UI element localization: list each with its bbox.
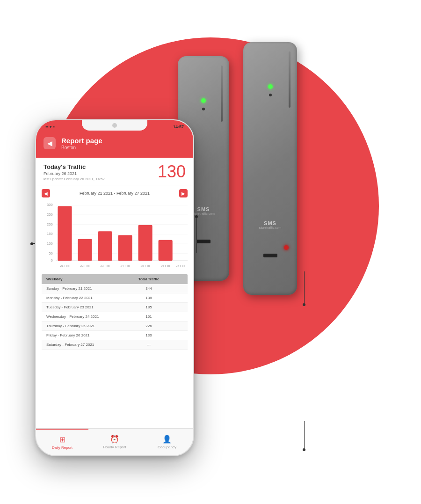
device-led-right	[268, 84, 273, 89]
svg-rect-16	[78, 239, 92, 261]
header-title: Report page	[61, 137, 102, 145]
phone-camera	[112, 123, 117, 128]
svg-text:22 Feb: 22 Feb	[80, 264, 90, 267]
bottom-nav: ⊞ Daily Report ⏰ Hourly Report 👤 Occupan…	[36, 428, 193, 455]
svg-rect-20	[159, 240, 173, 261]
table-cell-day: Tuesday - February 23 2021	[46, 305, 115, 309]
header-text: Report page Boston	[61, 137, 102, 150]
table-row: Friday - February 26 2021 130	[42, 331, 188, 340]
svg-text:50: 50	[49, 251, 52, 256]
chart-area: 300 250 200 150 100 50 0	[42, 200, 188, 270]
table-cell-value: 344	[115, 286, 183, 291]
back-arrow-icon: ◀	[47, 139, 52, 147]
table-row: Tuesday - February 23 2021 185	[42, 303, 188, 312]
hourly-report-label: Hourly Report	[103, 445, 126, 449]
hourly-report-icon: ⏰	[110, 435, 119, 444]
today-label: Today's Traffic	[44, 163, 105, 170]
table-header: Weekday Total Traffic	[42, 274, 188, 284]
table-cell-value: ---	[115, 343, 183, 347]
phone-wrapper: ▪▪ ▾ ▪ 14:57 ◀ Report page Boston Today'	[35, 119, 194, 456]
svg-text:24 Feb: 24 Feb	[121, 264, 131, 267]
table-cell-day: Friday - February 26 2021	[46, 333, 115, 337]
connector-line-mid	[196, 215, 197, 253]
svg-text:250: 250	[47, 212, 53, 217]
connector-dot-right2	[303, 448, 305, 451]
svg-text:23 Feb: 23 Feb	[101, 264, 110, 267]
table-cell-value: 161	[115, 314, 183, 319]
table-row: Thursday - February 25 2021 226	[42, 321, 188, 331]
svg-text:150: 150	[47, 232, 53, 236]
device-brand-sub-right: storetraffic.com	[259, 226, 282, 229]
table-section: Weekday Total Traffic Sunday - February …	[42, 274, 188, 350]
device-stripe-right	[289, 51, 290, 108]
daily-report-icon: ⊞	[59, 435, 65, 444]
status-bar-time: 14:57	[173, 124, 184, 129]
back-button[interactable]: ◀	[44, 137, 56, 149]
connector-dot-right	[303, 303, 305, 306]
device-right: SMS storetraffic.com	[243, 42, 297, 295]
chart-next-button[interactable]: ▶	[179, 189, 188, 197]
svg-text:27 Feb: 27 Feb	[176, 264, 186, 267]
connector-line-right2	[304, 421, 305, 449]
occupancy-label: Occupancy	[158, 445, 176, 449]
table-row: Saturday - February 27 2021 ---	[42, 340, 188, 350]
device-dot-right	[269, 94, 272, 96]
devices-container: SMS storetraffic.com SMS storetraffic.co…	[178, 56, 297, 309]
device-dot-left	[202, 108, 205, 110]
table-cell-value: 138	[115, 296, 183, 300]
device-led-red-right	[284, 245, 289, 250]
today-info: Today's Traffic February 26 2021 last up…	[44, 163, 105, 181]
device-brand-sub-left: storetraffic.com	[192, 212, 215, 215]
phone-outer: ▪▪ ▾ ▪ 14:57 ◀ Report page Boston Today'	[35, 119, 194, 456]
nav-occupancy[interactable]: 👤 Occupancy	[141, 429, 193, 455]
status-bar-left: ▪▪ ▾ ▪	[45, 124, 55, 129]
svg-text:21 Feb: 21 Feb	[60, 264, 70, 267]
table-cell-value: 226	[115, 324, 183, 328]
svg-text:200: 200	[47, 222, 53, 226]
device-brand-right: SMS storetraffic.com	[259, 220, 282, 229]
occupancy-icon: 👤	[162, 435, 172, 444]
svg-text:300: 300	[47, 203, 53, 207]
table-header-traffic: Total Traffic	[115, 277, 183, 281]
device-brand-left: SMS storetraffic.com	[192, 206, 215, 215]
table-cell-value: 185	[115, 305, 183, 309]
connector-line-right	[304, 271, 305, 304]
svg-rect-18	[118, 235, 132, 261]
device-slot-left	[196, 240, 210, 243]
table-cell-day: Thursday - February 25 2021	[46, 324, 115, 328]
chart-period: February 21 2021 - February 27 2021	[80, 191, 150, 196]
connector-dot-mid	[195, 215, 198, 218]
table-cell-day: Monday - February 22 2021	[46, 296, 115, 300]
chart-nav: ◀ February 21 2021 - February 27 2021 ▶	[42, 189, 188, 197]
app-content: Today's Traffic February 26 2021 last up…	[36, 158, 193, 428]
svg-text:25 Feb: 25 Feb	[141, 264, 151, 267]
device-brand-name-right: SMS	[259, 220, 282, 226]
svg-text:26 Feb: 26 Feb	[161, 264, 171, 267]
chart-prev-button[interactable]: ◀	[42, 189, 50, 197]
header-subtitle: Boston	[61, 145, 102, 150]
svg-text:0: 0	[51, 259, 52, 263]
table-cell-day: Wednesday - February 24 2021	[46, 314, 115, 319]
connector-dot	[30, 242, 33, 245]
today-count: 130	[158, 163, 186, 180]
daily-report-label: Daily Report	[52, 446, 73, 450]
today-date: February 26 2021	[44, 171, 105, 176]
table-cell-value: 130	[115, 333, 183, 337]
today-update: last update: February 26 2021, 14:57	[44, 177, 105, 181]
table-row: Sunday - February 21 2021 344	[42, 284, 188, 293]
table-header-weekday: Weekday	[46, 277, 115, 281]
nav-hourly-report[interactable]: ⏰ Hourly Report	[88, 429, 141, 455]
chart-section: ◀ February 21 2021 - February 27 2021 ▶	[36, 185, 193, 274]
today-section: Today's Traffic February 26 2021 last up…	[36, 158, 193, 185]
scene: SMS storetraffic.com SMS storetraffic.co…	[0, 0, 421, 504]
svg-rect-19	[138, 225, 152, 261]
device-slot-right	[263, 254, 277, 257]
device-led-left	[201, 98, 206, 103]
nav-daily-report[interactable]: ⊞ Daily Report	[36, 429, 88, 455]
table-row: Wednesday - February 24 2021 161	[42, 312, 188, 321]
table-cell-day: Saturday - February 27 2021	[46, 343, 115, 347]
device-brand-name-left: SMS	[192, 206, 215, 212]
chart-svg: 300 250 200 150 100 50 0	[42, 200, 188, 270]
svg-rect-17	[98, 231, 112, 261]
svg-text:100: 100	[47, 241, 53, 246]
